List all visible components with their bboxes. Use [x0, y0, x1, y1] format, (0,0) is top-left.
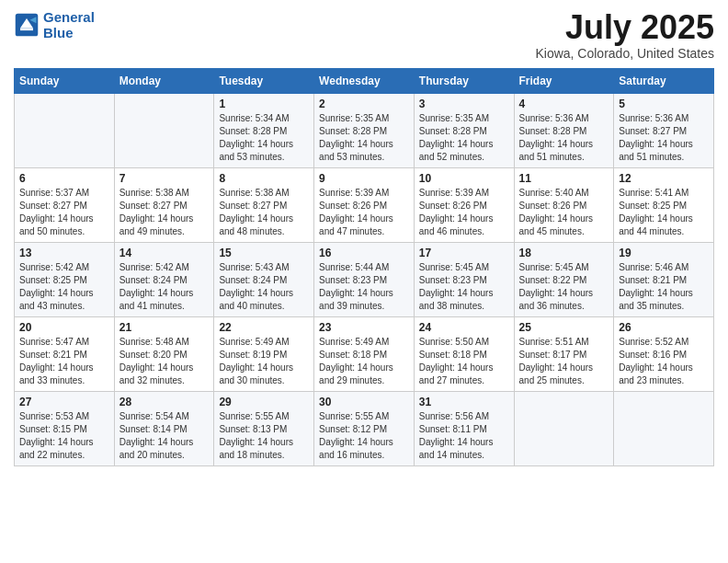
calendar-cell	[114, 93, 214, 167]
title-block: July 2025 Kiowa, Colorado, United States	[535, 9, 714, 61]
day-number: 28	[119, 396, 210, 408]
cell-details: Sunrise: 5:37 AM Sunset: 8:27 PM Dayligh…	[19, 187, 109, 238]
cell-details: Sunrise: 5:44 AM Sunset: 8:23 PM Dayligh…	[319, 261, 409, 313]
cell-details: Sunrise: 5:36 AM Sunset: 8:28 PM Dayligh…	[519, 112, 609, 164]
calendar-cell: 9Sunrise: 5:39 AM Sunset: 8:26 PM Daylig…	[314, 167, 415, 242]
cell-details: Sunrise: 5:53 AM Sunset: 8:15 PM Dayligh…	[19, 410, 109, 462]
cell-details: Sunrise: 5:38 AM Sunset: 8:27 PM Dayligh…	[119, 187, 210, 238]
day-number: 17	[419, 247, 509, 259]
day-number: 9	[319, 172, 409, 185]
calendar-cell: 4Sunrise: 5:36 AM Sunset: 8:28 PM Daylig…	[514, 93, 614, 167]
day-number: 12	[619, 172, 709, 185]
day-number: 10	[419, 172, 509, 185]
header-row: Sunday Monday Tuesday Wednesday Thursday…	[15, 68, 714, 93]
calendar-cell: 3Sunrise: 5:35 AM Sunset: 8:28 PM Daylig…	[414, 93, 514, 167]
week-row-4: 20Sunrise: 5:47 AM Sunset: 8:21 PM Dayli…	[15, 316, 714, 391]
svg-rect-2	[20, 29, 33, 31]
cell-details: Sunrise: 5:38 AM Sunset: 8:27 PM Dayligh…	[219, 187, 309, 238]
day-number: 8	[219, 172, 309, 185]
cell-details: Sunrise: 5:50 AM Sunset: 8:18 PM Dayligh…	[419, 336, 509, 387]
cell-details: Sunrise: 5:47 AM Sunset: 8:21 PM Dayligh…	[19, 336, 109, 387]
header: General Blue July 2025 Kiowa, Colorado, …	[14, 9, 714, 61]
calendar-cell	[15, 93, 115, 167]
day-number: 18	[519, 247, 609, 259]
col-friday: Friday	[514, 68, 614, 93]
day-number: 3	[419, 98, 509, 110]
day-number: 4	[519, 98, 609, 110]
cell-details: Sunrise: 5:54 AM Sunset: 8:14 PM Dayligh…	[119, 410, 210, 462]
calendar-cell: 17Sunrise: 5:45 AM Sunset: 8:23 PM Dayli…	[414, 242, 514, 316]
day-number: 31	[419, 396, 509, 408]
calendar-cell: 8Sunrise: 5:38 AM Sunset: 8:27 PM Daylig…	[214, 167, 314, 242]
logo: General Blue	[14, 9, 95, 41]
cell-details: Sunrise: 5:51 AM Sunset: 8:17 PM Dayligh…	[519, 336, 609, 387]
cell-details: Sunrise: 5:41 AM Sunset: 8:25 PM Dayligh…	[619, 187, 709, 238]
col-saturday: Saturday	[614, 68, 714, 93]
calendar-cell: 26Sunrise: 5:52 AM Sunset: 8:16 PM Dayli…	[614, 316, 714, 391]
day-number: 30	[319, 396, 409, 408]
col-sunday: Sunday	[15, 68, 115, 93]
day-number: 14	[119, 247, 210, 259]
day-number: 2	[319, 98, 409, 110]
calendar-cell: 5Sunrise: 5:36 AM Sunset: 8:27 PM Daylig…	[614, 93, 714, 167]
calendar-cell: 14Sunrise: 5:42 AM Sunset: 8:24 PM Dayli…	[114, 242, 214, 316]
cell-details: Sunrise: 5:45 AM Sunset: 8:22 PM Dayligh…	[519, 261, 609, 313]
calendar-cell: 12Sunrise: 5:41 AM Sunset: 8:25 PM Dayli…	[614, 167, 714, 242]
calendar-cell: 28Sunrise: 5:54 AM Sunset: 8:14 PM Dayli…	[114, 391, 214, 465]
day-number: 7	[119, 172, 210, 185]
calendar-cell: 13Sunrise: 5:42 AM Sunset: 8:25 PM Dayli…	[15, 242, 115, 316]
day-number: 22	[219, 321, 309, 334]
day-number: 13	[19, 247, 109, 259]
day-number: 15	[219, 247, 309, 259]
calendar-page: General Blue July 2025 Kiowa, Colorado, …	[0, 0, 728, 563]
cell-details: Sunrise: 5:45 AM Sunset: 8:23 PM Dayligh…	[419, 261, 509, 313]
calendar-cell	[514, 391, 614, 465]
day-number: 19	[619, 247, 709, 259]
logo-text: General Blue	[43, 9, 95, 41]
cell-details: Sunrise: 5:56 AM Sunset: 8:11 PM Dayligh…	[419, 410, 509, 462]
calendar-cell: 29Sunrise: 5:55 AM Sunset: 8:13 PM Dayli…	[214, 391, 314, 465]
day-number: 21	[119, 321, 210, 334]
day-number: 1	[219, 98, 309, 110]
day-number: 27	[19, 396, 109, 408]
day-number: 20	[19, 321, 109, 334]
calendar-cell: 18Sunrise: 5:45 AM Sunset: 8:22 PM Dayli…	[514, 242, 614, 316]
cell-details: Sunrise: 5:39 AM Sunset: 8:26 PM Dayligh…	[419, 187, 509, 238]
calendar-cell: 21Sunrise: 5:48 AM Sunset: 8:20 PM Dayli…	[114, 316, 214, 391]
calendar-cell: 24Sunrise: 5:50 AM Sunset: 8:18 PM Dayli…	[414, 316, 514, 391]
col-wednesday: Wednesday	[314, 68, 415, 93]
calendar-cell: 23Sunrise: 5:49 AM Sunset: 8:18 PM Dayli…	[314, 316, 415, 391]
day-number: 11	[519, 172, 609, 185]
calendar-cell: 6Sunrise: 5:37 AM Sunset: 8:27 PM Daylig…	[15, 167, 115, 242]
col-thursday: Thursday	[414, 68, 514, 93]
day-number: 23	[319, 321, 409, 334]
cell-details: Sunrise: 5:35 AM Sunset: 8:28 PM Dayligh…	[319, 112, 409, 164]
calendar-cell: 30Sunrise: 5:55 AM Sunset: 8:12 PM Dayli…	[314, 391, 415, 465]
calendar-cell: 10Sunrise: 5:39 AM Sunset: 8:26 PM Dayli…	[414, 167, 514, 242]
calendar-cell: 27Sunrise: 5:53 AM Sunset: 8:15 PM Dayli…	[15, 391, 115, 465]
cell-details: Sunrise: 5:35 AM Sunset: 8:28 PM Dayligh…	[419, 112, 509, 164]
week-row-5: 27Sunrise: 5:53 AM Sunset: 8:15 PM Dayli…	[15, 391, 714, 465]
week-row-2: 6Sunrise: 5:37 AM Sunset: 8:27 PM Daylig…	[15, 167, 714, 242]
cell-details: Sunrise: 5:55 AM Sunset: 8:12 PM Dayligh…	[319, 410, 409, 462]
cell-details: Sunrise: 5:48 AM Sunset: 8:20 PM Dayligh…	[119, 336, 210, 387]
calendar-table: Sunday Monday Tuesday Wednesday Thursday…	[14, 68, 714, 466]
cell-details: Sunrise: 5:39 AM Sunset: 8:26 PM Dayligh…	[319, 187, 409, 238]
cell-details: Sunrise: 5:46 AM Sunset: 8:21 PM Dayligh…	[619, 261, 709, 313]
cell-details: Sunrise: 5:36 AM Sunset: 8:27 PM Dayligh…	[619, 112, 709, 164]
cell-details: Sunrise: 5:34 AM Sunset: 8:28 PM Dayligh…	[219, 112, 309, 164]
main-title: July 2025	[535, 9, 714, 46]
cell-details: Sunrise: 5:52 AM Sunset: 8:16 PM Dayligh…	[619, 336, 709, 387]
cell-details: Sunrise: 5:42 AM Sunset: 8:24 PM Dayligh…	[119, 261, 210, 313]
day-number: 25	[519, 321, 609, 334]
calendar-cell: 19Sunrise: 5:46 AM Sunset: 8:21 PM Dayli…	[614, 242, 714, 316]
col-tuesday: Tuesday	[214, 68, 314, 93]
calendar-cell: 11Sunrise: 5:40 AM Sunset: 8:26 PM Dayli…	[514, 167, 614, 242]
day-number: 16	[319, 247, 409, 259]
cell-details: Sunrise: 5:49 AM Sunset: 8:19 PM Dayligh…	[219, 336, 309, 387]
subtitle: Kiowa, Colorado, United States	[535, 46, 714, 61]
cell-details: Sunrise: 5:40 AM Sunset: 8:26 PM Dayligh…	[519, 187, 609, 238]
day-number: 6	[19, 172, 109, 185]
calendar-cell: 31Sunrise: 5:56 AM Sunset: 8:11 PM Dayli…	[414, 391, 514, 465]
week-row-3: 13Sunrise: 5:42 AM Sunset: 8:25 PM Dayli…	[15, 242, 714, 316]
